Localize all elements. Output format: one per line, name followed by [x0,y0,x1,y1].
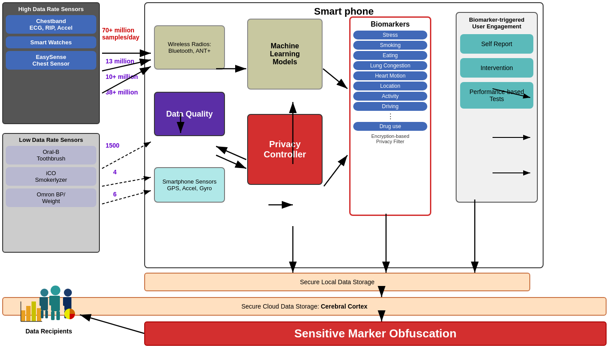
privacy-controller-box: PrivacyController [247,114,323,185]
bue-title: Biomarker-triggeredUser Engagement [460,16,533,30]
svg-rect-3 [37,308,41,321]
rate-label-4: 4 [113,168,117,176]
wireless-radios-label: Wireless Radios: Bluetooth, ANT+ [158,41,221,54]
smartphone-panel: Smart phone Wireless Radios: Bluetooth, … [144,2,544,268]
biomarker-heart: Heart Motion [353,71,427,80]
encryption-label: Encryption-basedPrivacy Filter [353,133,427,144]
ml-models-box: MachineLearningModels [247,19,323,90]
biomarker-druguse: Drug use [353,122,427,131]
biomarker-activity: Activity [353,92,427,101]
svg-line-31 [102,177,151,186]
data-quality-box: Data Quality [154,92,225,136]
bue-self-report: Self Report [460,34,533,54]
svg-point-6 [40,289,48,297]
sensor-omron: Omron BP/Weight [6,188,96,207]
bue-intervention: Intervention [460,58,533,78]
biomarkers-title: Biomarkers [353,20,427,28]
low-sensors-title: Low Data Rate Sensors [6,137,96,143]
bue-panel: Biomarker-triggeredUser Engagement Self … [456,12,538,203]
svg-rect-21 [68,297,71,306]
rate-label-red: 70+ millionsamples/day [102,27,139,41]
secure-local-storage-box: Secure Local Data Storage [144,273,530,291]
data-recipients-label: Data Recipients [13,328,84,335]
sensor-smartwatches: Smart Watches [6,36,96,48]
smo-box: Sensitive Marker Obfuscation [144,321,607,346]
sensor-ico: iCOSmokerlyzer [6,167,96,186]
biomarker-lung: Lung Congestion [353,61,427,70]
biomarker-smoking: Smoking [353,41,427,50]
rate-label-6: 6 [113,191,117,198]
data-recipients: Data Recipients [13,284,84,335]
smartphone-sensors-box: Smartphone SensorsGPS, Accel, Gyro [154,167,225,203]
secure-local-storage-label: Secure Local Data Storage [300,278,374,286]
bue-performance-tests: Performance-basedTests [460,82,533,109]
low-sensors-panel: Low Data Rate Sensors Oral-BToothbrush i… [2,133,100,253]
sensor-easysense: EasySenseChest Sensor [6,51,96,70]
svg-rect-1 [26,306,31,321]
sensor-chestband: ChestbandECG, RIP, Accel [6,15,96,34]
svg-point-18 [64,289,72,297]
smo-label: Sensitive Marker Obfuscation [294,327,457,341]
rate-label-38m: 38+ million [106,89,138,96]
secure-cloud-storage-label: Secure Cloud Data Storage: Cerebral Cort… [241,303,367,310]
biomarker-stress: Stress [353,31,427,39]
svg-rect-17 [56,311,60,320]
svg-rect-9 [44,297,48,306]
svg-rect-2 [32,301,36,321]
high-sensors-panel: High Data Rate Sensors ChestbandECG, RIP… [2,2,100,124]
wireless-radios-box: Wireless Radios: Bluetooth, ANT+ [154,25,225,70]
ml-models-label: MachineLearningModels [270,42,300,66]
svg-rect-15 [55,296,60,305]
biomarker-eating: Eating [353,51,427,60]
svg-line-32 [102,191,151,204]
svg-rect-14 [49,296,54,305]
svg-rect-0 [21,310,25,321]
svg-rect-11 [45,310,48,318]
data-quality-label: Data Quality [166,110,213,119]
rate-label-1500: 1500 [106,142,119,149]
people-icon [20,284,78,324]
smartphone-sensors-label: Smartphone SensorsGPS, Accel, Gyro [162,178,217,192]
secure-cloud-storage-box: Secure Cloud Data Storage: Cerebral Cort… [2,297,607,316]
diagram: High Data Rate Sensors ChestbandECG, RIP… [0,0,611,364]
svg-rect-10 [41,310,43,318]
svg-line-49 [80,315,144,333]
svg-rect-8 [39,297,43,306]
biomarker-location: Location [353,82,427,90]
sensor-oralb: Oral-BToothbrush [6,146,96,164]
svg-rect-16 [51,311,55,320]
svg-rect-20 [63,297,67,306]
biomarker-dots: ⋮ [353,112,427,121]
rate-label-13m: 13 million [106,58,134,65]
biomarker-driving: Driving [353,102,427,111]
svg-point-12 [51,286,60,295]
high-sensors-title: High Data Rate Sensors [6,6,96,12]
biomarkers-panel: Biomarkers Stress Smoking Eating Lung Co… [349,16,431,216]
rate-label-10m: 10+ million [106,73,138,80]
privacy-controller-label: PrivacyController [264,139,306,160]
